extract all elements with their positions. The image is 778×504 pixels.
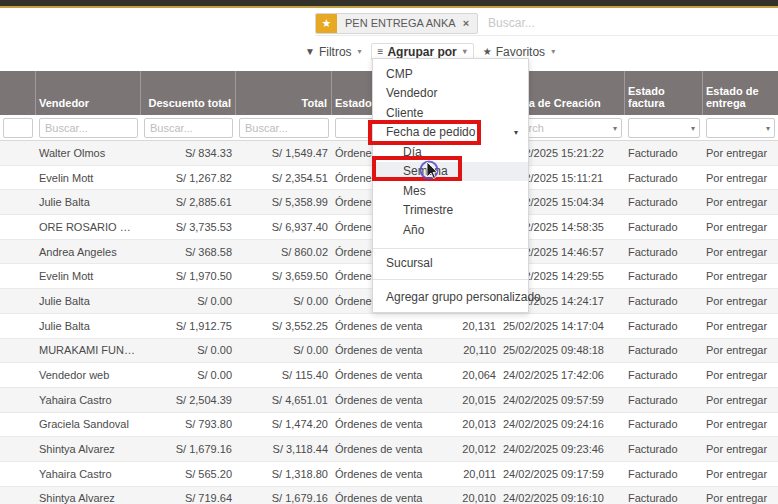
table-row[interactable]: Shintya AlvarezS/ 1,679.16S/ 3,118.44Órd… — [0, 437, 778, 462]
groupby-option-cliente[interactable]: Cliente — [373, 103, 528, 123]
cell-vendedor[interactable]: Julie Balta — [36, 295, 141, 307]
cell-factura[interactable]: Facturado — [625, 418, 703, 430]
cell-entrega[interactable]: Por entregar — [703, 344, 778, 356]
cell-factura[interactable]: Facturado — [625, 295, 703, 307]
cell-total[interactable]: S/ 3,118.44 — [236, 443, 332, 455]
cell-vendedor[interactable]: Shintya Alvarez — [36, 443, 141, 455]
cell-vendedor[interactable]: Graciela Sandoval — [36, 418, 141, 430]
cell-descuento[interactable]: S/ 2,885.61 — [141, 196, 236, 208]
cell-total[interactable]: S/ 6,937.40 — [236, 221, 332, 233]
cell-numero[interactable]: 20,010 — [440, 492, 500, 504]
filter-input-vendedor[interactable] — [39, 118, 138, 138]
filters-button[interactable]: ▼ Filtros ▾ — [305, 45, 362, 59]
cell-vendedor[interactable]: Vendedor web — [36, 369, 141, 381]
cell-descuento[interactable]: S/ 2,504.39 — [141, 394, 236, 406]
cell-numero[interactable]: 20,064 — [440, 369, 500, 381]
cell-descuento[interactable]: S/ 834.33 — [141, 147, 236, 159]
cell-total[interactable]: S/ 1,679.16 — [236, 492, 332, 504]
cell-vendedor[interactable]: Julie Balta — [36, 320, 141, 332]
cell-descuento[interactable]: S/ 565.20 — [141, 468, 236, 480]
cell-vendedor[interactable]: Evelin Mott — [36, 172, 141, 184]
cell-vendedor[interactable]: Evelin Mott — [36, 270, 141, 282]
cell-numero[interactable]: 20,131 — [440, 320, 500, 332]
filter-select-estado-entrega[interactable]: ▾ — [706, 118, 775, 138]
cell-estado[interactable]: Órdenes de venta — [332, 344, 440, 356]
cell-estado[interactable]: Órdenes de venta — [332, 394, 440, 406]
cell-vendedor[interactable]: Shintya Alvarez — [36, 492, 141, 504]
cell-fecha[interactable]: 24/02/2025 09:57:59 — [500, 394, 625, 406]
table-row[interactable]: Yahaira CastroS/ 2,504.39S/ 4,651.01Órde… — [0, 388, 778, 413]
cell-fecha[interactable]: 24/02/2025 09:16:10 — [500, 492, 625, 504]
cell-total[interactable]: S/ 2,354.51 — [236, 172, 332, 184]
cell-vendedor[interactable]: Julie Balta — [36, 196, 141, 208]
cell-vendedor[interactable]: Yahaira Castro — [36, 468, 141, 480]
cell-entrega[interactable]: Por entregar — [703, 221, 778, 233]
cell-numero[interactable]: 20,110 — [440, 344, 500, 356]
cell-descuento[interactable]: S/ 719.64 — [141, 492, 236, 504]
column-header-blank[interactable] — [0, 71, 36, 115]
cell-factura[interactable]: Facturado — [625, 270, 703, 282]
table-row[interactable]: Yahaira CastroS/ 565.20S/ 1,318.80Órdene… — [0, 462, 778, 487]
cell-numero[interactable]: 20,011 — [440, 468, 500, 480]
cell-factura[interactable]: Facturado — [625, 196, 703, 208]
table-row[interactable]: MURAKAMI FUNG AD...S/ 0.00S/ 0.00Órdenes… — [0, 339, 778, 364]
groupby-option-semana[interactable]: Semana — [373, 162, 528, 182]
groupby-option-trimestre[interactable]: Trimestre — [373, 201, 528, 221]
cell-total[interactable]: S/ 1,318.80 — [236, 468, 332, 480]
filter-input-total[interactable] — [239, 118, 329, 138]
groupby-option-fecha-de-pedido[interactable]: Fecha de pedido▾ — [373, 123, 528, 143]
column-header-vendedor[interactable]: Vendedor — [36, 71, 141, 115]
cell-factura[interactable]: Facturado — [625, 492, 703, 504]
groupby-option-agregar-grupo-personalizado[interactable]: Agregar grupo personalizado — [373, 287, 528, 307]
column-header-descuento-total[interactable]: Descuento total — [141, 71, 236, 115]
cell-total[interactable]: S/ 1,474.20 — [236, 418, 332, 430]
cell-entrega[interactable]: Por entregar — [703, 320, 778, 332]
cell-entrega[interactable]: Por entregar — [703, 468, 778, 480]
cell-descuento[interactable]: S/ 368.58 — [141, 246, 236, 258]
cell-descuento[interactable]: S/ 1,970.50 — [141, 270, 236, 282]
table-row[interactable]: Julie BaltaS/ 1,912.75S/ 3,552.25Órdenes… — [0, 314, 778, 339]
cell-total[interactable]: S/ 1,549.47 — [236, 147, 332, 159]
cell-factura[interactable]: Facturado — [625, 147, 703, 159]
groupby-option-ano[interactable]: Año — [373, 220, 528, 240]
cell-factura[interactable]: Facturado — [625, 320, 703, 332]
table-row[interactable]: Shintya AlvarezS/ 719.64S/ 1,679.16Órden… — [0, 487, 778, 504]
cell-total[interactable]: S/ 0.00 — [236, 344, 332, 356]
cell-factura[interactable]: Facturado — [625, 172, 703, 184]
filter-input-blank[interactable] — [3, 118, 33, 138]
cell-factura[interactable]: Facturado — [625, 394, 703, 406]
cell-descuento[interactable]: S/ 1,679.16 — [141, 443, 236, 455]
cell-total[interactable]: S/ 3,659.50 — [236, 270, 332, 282]
cell-estado[interactable]: Órdenes de venta — [332, 369, 440, 381]
table-row[interactable]: Vendedor webS/ 0.00S/ 115.40Órdenes de v… — [0, 363, 778, 388]
table-row[interactable]: Graciela SandovalS/ 793.80S/ 1,474.20Órd… — [0, 413, 778, 438]
cell-total[interactable]: S/ 0.00 — [236, 295, 332, 307]
cell-numero[interactable]: 20,013 — [440, 418, 500, 430]
cell-vendedor[interactable]: MURAKAMI FUNG AD... — [36, 344, 141, 356]
cell-estado[interactable]: Órdenes de venta — [332, 443, 440, 455]
cell-entrega[interactable]: Por entregar — [703, 394, 778, 406]
groupby-option-dia[interactable]: Día — [373, 142, 528, 162]
cell-total[interactable]: S/ 115.40 — [236, 369, 332, 381]
cell-entrega[interactable]: Por entregar — [703, 369, 778, 381]
cell-vendedor[interactable]: Yahaira Castro — [36, 394, 141, 406]
column-header-total[interactable]: Total — [236, 71, 332, 115]
filter-select-estado-factura[interactable]: ▾ — [628, 118, 700, 138]
cell-fecha[interactable]: 24/02/2025 17:42:06 — [500, 369, 625, 381]
favorites-button[interactable]: ★ Favoritos ▾ — [483, 45, 555, 59]
column-header-estado-factura[interactable]: Estado factura — [625, 71, 703, 115]
cell-entrega[interactable]: Por entregar — [703, 418, 778, 430]
cell-factura[interactable]: Facturado — [625, 443, 703, 455]
cell-vendedor[interactable]: Andrea Angeles — [36, 246, 141, 258]
cell-entrega[interactable]: Por entregar — [703, 172, 778, 184]
cell-total[interactable]: S/ 5,358.99 — [236, 196, 332, 208]
cell-descuento[interactable]: S/ 793.80 — [141, 418, 236, 430]
cell-estado[interactable]: Órdenes de venta — [332, 320, 440, 332]
cell-entrega[interactable]: Por entregar — [703, 147, 778, 159]
search-input[interactable] — [478, 16, 778, 30]
column-header-estado-entrega[interactable]: Estado de entrega — [703, 71, 778, 115]
cell-factura[interactable]: Facturado — [625, 369, 703, 381]
cell-vendedor[interactable]: ORE ROSARIO SHAA... — [36, 221, 141, 233]
cell-estado[interactable]: Órdenes de venta — [332, 418, 440, 430]
cell-factura[interactable]: Facturado — [625, 221, 703, 233]
